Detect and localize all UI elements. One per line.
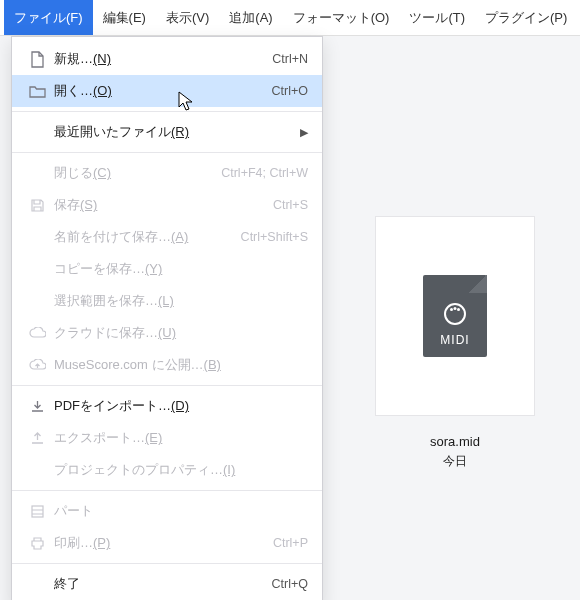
file-name: sora.mid [430, 434, 480, 449]
midi-badge-label: MIDI [440, 333, 469, 347]
menubar: ファイル(F) 編集(E) 表示(V) 追加(A) フォーマット(O) ツール(… [0, 0, 580, 36]
chevron-right-icon: ▶ [288, 126, 308, 139]
menu-label: 閉じる(C) [48, 164, 209, 182]
menu-item-save-selection: 選択範囲を保存…(L) [12, 285, 322, 317]
menu-item-publish: MuseScore.com に公開…(B) [12, 349, 322, 381]
menu-item-parts: パート [12, 495, 322, 527]
menu-item-cloud-save: クラウドに保存…(U) [12, 317, 322, 349]
menu-item-open[interactable]: 開く…(O) Ctrl+O [12, 75, 322, 107]
menu-add[interactable]: 追加(A) [219, 0, 282, 35]
svg-rect-0 [32, 506, 43, 517]
menu-file[interactable]: ファイル(F) [4, 0, 93, 35]
menu-label: 最近開いたファイル(R) [48, 123, 288, 141]
menu-label: 終了 [48, 575, 260, 593]
menu-item-properties: プロジェクトのプロパティ…(I) [12, 454, 322, 486]
menu-item-import-pdf[interactable]: PDFをインポート…(D) [12, 390, 322, 422]
menu-label: 選択範囲を保存…(L) [48, 292, 308, 310]
menu-item-new[interactable]: 新規…(N) Ctrl+N [12, 43, 322, 75]
open-folder-icon [26, 84, 48, 98]
file-thumbnail[interactable]: MIDI [375, 216, 535, 416]
menu-label: 名前を付けて保存…(A) [48, 228, 229, 246]
menu-label: 保存(S) [48, 196, 261, 214]
menu-item-save-as: 名前を付けて保存…(A) Ctrl+Shift+S [12, 221, 322, 253]
menu-label: 開く…(O) [48, 82, 260, 100]
file-tile[interactable]: MIDI sora.mid 今日 [330, 216, 580, 470]
save-icon [26, 198, 48, 213]
parts-icon [26, 504, 48, 519]
menu-item-export: エクスポート…(E) [12, 422, 322, 454]
menu-label: エクスポート…(E) [48, 429, 308, 447]
menu-shortcut: Ctrl+Q [260, 577, 308, 591]
menu-separator [12, 563, 322, 564]
menu-shortcut: Ctrl+O [260, 84, 308, 98]
midi-connector-icon [444, 303, 466, 325]
menu-item-save: 保存(S) Ctrl+S [12, 189, 322, 221]
menu-item-save-copy: コピーを保存…(Y) [12, 253, 322, 285]
menu-shortcut: Ctrl+P [261, 536, 308, 550]
menu-label: クラウドに保存…(U) [48, 324, 308, 342]
file-dropdown: 新規…(N) Ctrl+N 開く…(O) Ctrl+O 最近開いたファイル(R)… [11, 36, 323, 600]
menu-edit[interactable]: 編集(E) [93, 0, 156, 35]
cloud-icon [26, 327, 48, 339]
menu-label: MuseScore.com に公開…(B) [48, 356, 308, 374]
midi-file-icon: MIDI [423, 275, 487, 357]
menu-tools[interactable]: ツール(T) [399, 0, 475, 35]
import-icon [26, 399, 48, 414]
menu-item-close: 閉じる(C) Ctrl+F4; Ctrl+W [12, 157, 322, 189]
menu-label: コピーを保存…(Y) [48, 260, 308, 278]
menu-label: パート [48, 502, 308, 520]
cloud-up-icon [26, 359, 48, 372]
menu-view[interactable]: 表示(V) [156, 0, 219, 35]
menu-plugins[interactable]: プラグイン(P) [475, 0, 577, 35]
menu-label: プロジェクトのプロパティ…(I) [48, 461, 308, 479]
file-date: 今日 [443, 453, 467, 470]
menu-shortcut: Ctrl+Shift+S [229, 230, 308, 244]
menu-item-quit[interactable]: 終了 Ctrl+Q [12, 568, 322, 600]
menu-label: PDFをインポート…(D) [48, 397, 308, 415]
menu-separator [12, 111, 322, 112]
menu-item-print: 印刷…(P) Ctrl+P [12, 527, 322, 559]
print-icon [26, 536, 48, 551]
menu-separator [12, 152, 322, 153]
menu-label: 新規…(N) [48, 50, 260, 68]
menu-shortcut: Ctrl+S [261, 198, 308, 212]
menu-format[interactable]: フォーマット(O) [283, 0, 400, 35]
menu-separator [12, 490, 322, 491]
menu-shortcut: Ctrl+N [260, 52, 308, 66]
new-file-icon [26, 51, 48, 68]
menu-item-recent[interactable]: 最近開いたファイル(R) ▶ [12, 116, 322, 148]
menu-shortcut: Ctrl+F4; Ctrl+W [209, 166, 308, 180]
export-icon [26, 431, 48, 446]
menu-separator [12, 385, 322, 386]
menu-label: 印刷…(P) [48, 534, 261, 552]
